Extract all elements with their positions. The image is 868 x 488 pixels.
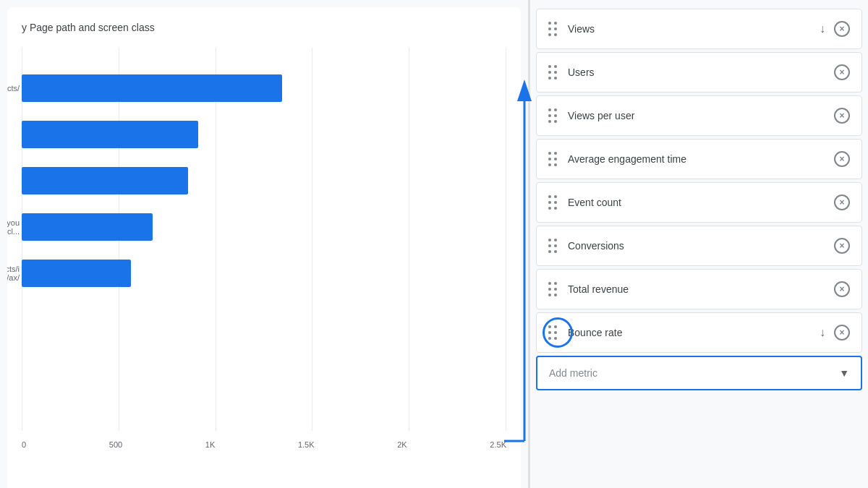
- bar-row: [22, 116, 506, 153]
- handle-dot: [548, 294, 551, 296]
- handle-dot: [548, 288, 551, 291]
- handle-dot: [548, 282, 551, 285]
- handle-dot: [548, 71, 551, 74]
- metric-item-conversions[interactable]: Conversions×: [536, 226, 862, 266]
- bar: [22, 213, 153, 241]
- metric-item-avg_engagement[interactable]: Average engagement time×: [536, 139, 862, 179]
- x-label: 1.5K: [298, 440, 315, 449]
- metrics-panel[interactable]: Views↓×Users×Views per user×Average enga…: [530, 0, 868, 488]
- bar: [22, 74, 282, 102]
- handle-dot: [548, 27, 551, 30]
- x-label: 1K: [205, 440, 215, 449]
- drag-handle-icon[interactable]: [548, 152, 558, 167]
- handle-dot: [548, 108, 551, 111]
- bar-row: /ducts/: [22, 69, 506, 107]
- remove-metric-button[interactable]: ×: [834, 194, 850, 210]
- handle-dot: [554, 244, 557, 247]
- drag-handle-icon[interactable]: [548, 325, 558, 341]
- remove-metric-button[interactable]: ×: [834, 108, 850, 124]
- handle-dot: [554, 239, 557, 241]
- handle-dot: [554, 294, 557, 296]
- chart-panel: y Page path and screen class /ducts//ny-…: [7, 7, 521, 488]
- handle-dot: [548, 33, 551, 36]
- handle-dot: [548, 244, 551, 247]
- handle-dot: [554, 282, 557, 285]
- handle-dot: [554, 71, 557, 74]
- handle-dot: [548, 65, 551, 68]
- handle-dot: [548, 77, 551, 80]
- chart-title: y Page path and screen class: [22, 22, 506, 33]
- metric-label: Total revenue: [568, 283, 825, 295]
- metric-label: Users: [568, 67, 825, 78]
- metric-item-bounce_rate[interactable]: Bounce rate↓×: [536, 312, 862, 353]
- x-label: 2K: [397, 440, 407, 449]
- drag-handle-icon[interactable]: [548, 108, 558, 124]
- handle-dot: [554, 288, 557, 291]
- handle-dot: [548, 337, 551, 340]
- add-metric-input[interactable]: Add metric ▼: [536, 356, 862, 390]
- x-label: 500: [109, 440, 122, 449]
- remove-metric-button[interactable]: ×: [834, 281, 850, 297]
- handle-dot: [554, 27, 557, 30]
- handle-dot: [548, 114, 551, 117]
- handle-dot: [554, 120, 557, 123]
- bar: [22, 121, 198, 148]
- x-label: 0: [22, 440, 26, 449]
- metric-item-users[interactable]: Users×: [536, 52, 862, 93]
- handle-dot: [548, 158, 551, 160]
- metric-item-views[interactable]: Views↓×: [536, 9, 862, 49]
- remove-metric-button[interactable]: ×: [834, 151, 850, 167]
- bar-label: /ducts/i/ax/: [7, 265, 20, 282]
- metric-label: Views per user: [568, 110, 825, 121]
- handle-dot: [548, 163, 551, 166]
- metric-label: Event count: [568, 197, 825, 208]
- sort-icon[interactable]: ↓: [820, 22, 825, 35]
- add-metric-placeholder: Add metric: [549, 367, 597, 379]
- x-axis: 05001K1.5K2K2.5K: [22, 437, 506, 453]
- handle-dot: [548, 195, 551, 198]
- sort-icon[interactable]: ↓: [820, 326, 825, 339]
- drag-handle-icon[interactable]: [548, 195, 558, 210]
- remove-metric-button[interactable]: ×: [834, 325, 850, 341]
- bar-label: /ducts/: [7, 84, 20, 93]
- handle-dot: [554, 250, 557, 253]
- handle-dot: [554, 325, 557, 328]
- metric-item-event_count[interactable]: Event count×: [536, 182, 862, 223]
- metric-item-views_per_user[interactable]: Views per user×: [536, 95, 862, 136]
- handle-dot: [554, 158, 557, 160]
- drag-handle-icon[interactable]: [548, 22, 558, 37]
- bar: [22, 167, 188, 194]
- remove-metric-button[interactable]: ×: [834, 21, 850, 37]
- bar-row: [22, 162, 506, 200]
- remove-metric-button[interactable]: ×: [834, 64, 850, 80]
- handle-dot: [554, 65, 557, 68]
- remove-metric-button[interactable]: ×: [834, 238, 850, 254]
- drag-handle-icon[interactable]: [548, 282, 558, 297]
- handle-dot: [554, 108, 557, 111]
- handle-dot: [548, 325, 551, 328]
- bar-row: /ny-you/s-cl...: [22, 208, 506, 246]
- metric-label: Bounce rate: [568, 327, 815, 338]
- handle-dot: [548, 120, 551, 123]
- handle-dot: [554, 77, 557, 80]
- handle-dot: [548, 207, 551, 210]
- handle-dot: [548, 22, 551, 25]
- add-metric-container[interactable]: Add metric ▼: [536, 356, 862, 390]
- drag-handle-icon[interactable]: [548, 239, 558, 254]
- handle-dot: [548, 250, 551, 253]
- x-label: 2.5K: [490, 440, 506, 449]
- handle-dot: [554, 114, 557, 117]
- bars-wrapper: /ducts//ny-you/s-cl.../ducts/i/ax/: [22, 62, 506, 431]
- metric-label: Average engagement time: [568, 153, 825, 165]
- bar-row: /ducts/i/ax/: [22, 254, 506, 292]
- metric-item-total_revenue[interactable]: Total revenue×: [536, 269, 862, 309]
- handle-dot: [554, 331, 557, 334]
- handle-dot: [548, 201, 551, 204]
- bar: [22, 260, 131, 287]
- handle-dot: [554, 33, 557, 36]
- drag-handle-icon[interactable]: [548, 65, 558, 80]
- metric-label: Views: [568, 23, 815, 35]
- handle-dot: [548, 331, 551, 334]
- handle-dot: [554, 201, 557, 204]
- handle-dot: [554, 22, 557, 25]
